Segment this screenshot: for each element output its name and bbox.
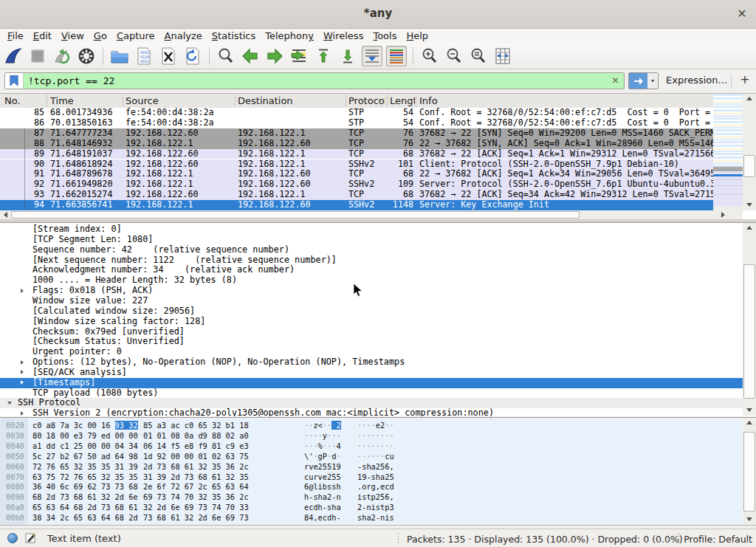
scrollbar-thumb[interactable]: [743, 264, 755, 399]
bookmark-icon[interactable]: [5, 73, 24, 89]
detail-line[interactable]: Window size value: 227: [0, 296, 743, 306]
capture-options-button[interactable]: [76, 46, 97, 66]
clear-filter-icon[interactable]: ✕: [610, 75, 621, 86]
menu-go[interactable]: Go: [94, 30, 107, 41]
hex-row-0080[interactable]: 008036 40 6c 69 62 73 73 682e 6f 72 67 2…: [0, 482, 743, 492]
menu-wireless[interactable]: Wireless: [323, 30, 363, 41]
packet-row-89[interactable]: 8971.648191037192.168.122.60192.168.122.…: [0, 149, 713, 159]
detail-line[interactable]: Sequence number: 42 (relative sequence n…: [0, 245, 743, 255]
detail-line[interactable]: [Next sequence number: 1122 (relative se…: [0, 255, 743, 266]
column-header-no[interactable]: No.: [4, 95, 45, 106]
go-back-button[interactable]: [240, 46, 261, 66]
scrollbar-thumb[interactable]: [743, 155, 755, 177]
add-filter-button[interactable]: +: [739, 72, 751, 86]
hex-row-0050[interactable]: 00505c 27 b2 67 50 ad 64 981d 92 00 00 0…: [0, 452, 743, 462]
menu-view[interactable]: View: [61, 30, 84, 41]
scrollbar-thumb[interactable]: [11, 211, 580, 219]
expert-info-icon[interactable]: [7, 533, 18, 543]
go-to-packet-button[interactable]: [289, 46, 309, 66]
expression-button[interactable]: Expression…: [666, 75, 728, 86]
packet-list-vscrollbar[interactable]: [743, 94, 756, 210]
details-vscrollbar[interactable]: [743, 223, 756, 416]
scroll-down-arrow[interactable]: [743, 515, 756, 525]
detail-line[interactable]: [Timestamps]: [0, 378, 743, 388]
zoom-out-button[interactable]: [444, 46, 464, 66]
go-forward-button[interactable]: [264, 46, 285, 66]
detail-line[interactable]: SSH Protocol: [0, 398, 743, 408]
packet-row-90[interactable]: 9071.648618924192.168.122.60192.168.122.…: [0, 159, 713, 170]
detail-line[interactable]: [TCP Segment Len: 1080]: [0, 235, 743, 245]
hex-row-0060[interactable]: 006072 76 65 32 35 35 31 392d 73 68 61 3…: [0, 462, 743, 472]
restart-capture-button[interactable]: [52, 46, 72, 66]
column-header-info[interactable]: Info: [419, 95, 567, 106]
scroll-left-arrow[interactable]: [0, 210, 10, 219]
column-separator[interactable]: [235, 94, 236, 107]
expander-expanded-icon[interactable]: [7, 402, 12, 405]
menu-help[interactable]: Help: [406, 30, 428, 41]
capture-comment-icon[interactable]: [25, 532, 37, 547]
zoom-reset-button[interactable]: [468, 46, 489, 66]
column-header-protocol[interactable]: Protocol: [348, 95, 385, 106]
column-separator[interactable]: [346, 94, 346, 107]
packet-row-85[interactable]: 8568.001734936fe:54:00:d4:38:2aSTP54Conf…: [0, 108, 713, 118]
reload-file-button[interactable]: [182, 46, 203, 66]
packet-row-87[interactable]: 8771.647777234192.168.122.60192.168.122.…: [0, 128, 713, 139]
detail-line[interactable]: Options: (12 bytes), No-Operation (NOP),…: [0, 357, 743, 368]
scroll-down-arrow[interactable]: [743, 200, 756, 210]
packet-row-91[interactable]: 9171.648789678192.168.122.1192.168.122.6…: [0, 169, 713, 179]
expander-collapsed-icon[interactable]: [21, 411, 24, 416]
filter-input[interactable]: !tcp.port == 22 ✕: [4, 72, 625, 89]
column-separator[interactable]: [123, 94, 123, 107]
expander-collapsed-icon[interactable]: [21, 370, 24, 374]
filter-field[interactable]: !tcp.port == 22 ✕: [24, 73, 624, 89]
packet-row-86[interactable]: 8670.013850163fe:54:00:d4:38:2aSTP54Conf…: [0, 118, 713, 128]
scroll-down-arrow[interactable]: [743, 405, 756, 416]
hex-row-0040[interactable]: 0040a1 dd c1 25 00 00 04 3406 14 f5 e8 f…: [0, 441, 743, 452]
menu-analyze[interactable]: Analyze: [165, 30, 202, 41]
column-header-length[interactable]: Length: [390, 95, 415, 106]
go-last-button[interactable]: [337, 46, 358, 66]
go-first-button[interactable]: [313, 46, 334, 66]
hex-row-0090[interactable]: 009068 2d 73 68 61 32 2d 6e69 73 74 70 3…: [0, 492, 743, 503]
detail-line[interactable]: Flags: 0x018 (PSH, ACK): [0, 286, 743, 296]
colorize-packets-button[interactable]: [386, 46, 407, 66]
detail-line[interactable]: [SEQ/ACK analysis]: [0, 368, 743, 378]
menu-tools[interactable]: Tools: [373, 30, 396, 41]
hex-row-00b0[interactable]: 00b038 34 2c 65 63 64 68 2d73 68 61 32 2…: [0, 513, 743, 523]
open-file-button[interactable]: [109, 46, 130, 66]
hex-row-00a0[interactable]: 00a065 63 64 68 2d 73 68 6132 2d 6e 69 7…: [0, 503, 743, 513]
detail-line[interactable]: [Stream index: 0]: [0, 224, 743, 235]
profile-status[interactable]: Profile: Default: [684, 534, 752, 545]
find-packet-button[interactable]: [216, 46, 236, 66]
expander-collapsed-icon[interactable]: [21, 289, 24, 293]
intelligent-scrollbar-minimap[interactable]: [713, 94, 743, 210]
packet-row-92[interactable]: 9271.661949820192.168.122.1192.168.122.6…: [0, 179, 713, 190]
stop-capture-button[interactable]: [27, 46, 48, 66]
scroll-up-arrow[interactable]: [743, 94, 756, 104]
column-header-time[interactable]: Time: [50, 95, 121, 106]
apply-arrow-icon[interactable]: [629, 73, 647, 89]
column-separator[interactable]: [47, 94, 47, 107]
filter-history-caret[interactable]: ▾: [647, 73, 658, 89]
detail-line[interactable]: Urgent pointer: 0: [0, 347, 743, 357]
scroll-up-arrow[interactable]: [743, 418, 756, 428]
expander-collapsed-icon[interactable]: [21, 360, 24, 365]
auto-scroll-button[interactable]: [362, 46, 382, 66]
detail-line[interactable]: 1000 .... = Header Length: 32 bytes (8): [0, 275, 743, 286]
packet-row-88[interactable]: 8871.648146932192.168.122.1192.168.122.6…: [0, 139, 713, 149]
column-separator[interactable]: [387, 94, 388, 107]
close-file-button[interactable]: [158, 46, 179, 66]
hex-row-0020[interactable]: 0020c0 a8 7a 3c 00 16 93 3285 a3 ac c0 6…: [0, 421, 743, 431]
detail-line[interactable]: TCP payload (1080 bytes): [0, 388, 743, 399]
detail-line[interactable]: Acknowledgment number: 34 (relative ack …: [0, 265, 743, 275]
menu-telephony[interactable]: Telephony: [265, 30, 314, 41]
resize-columns-button[interactable]: [492, 46, 513, 66]
menu-capture[interactable]: Capture: [117, 30, 155, 41]
detail-line[interactable]: [Calculated window size: 29056]: [0, 306, 743, 317]
hex-row-0030[interactable]: 003080 18 00 e3 79 ed 00 0001 01 08 0a d…: [0, 431, 743, 441]
packet-row-93[interactable]: 9371.662015274192.168.122.60192.168.122.…: [0, 190, 713, 200]
detail-line[interactable]: Checksum: 0x79ed [unverified]: [0, 327, 743, 337]
detail-line[interactable]: SSH Version 2 (encryption:chacha20-poly1…: [0, 408, 743, 416]
hex-row-0070[interactable]: 007063 75 72 76 65 32 35 3531 39 2d 73 6…: [0, 472, 743, 483]
packet-list-hscrollbar[interactable]: [0, 210, 743, 219]
